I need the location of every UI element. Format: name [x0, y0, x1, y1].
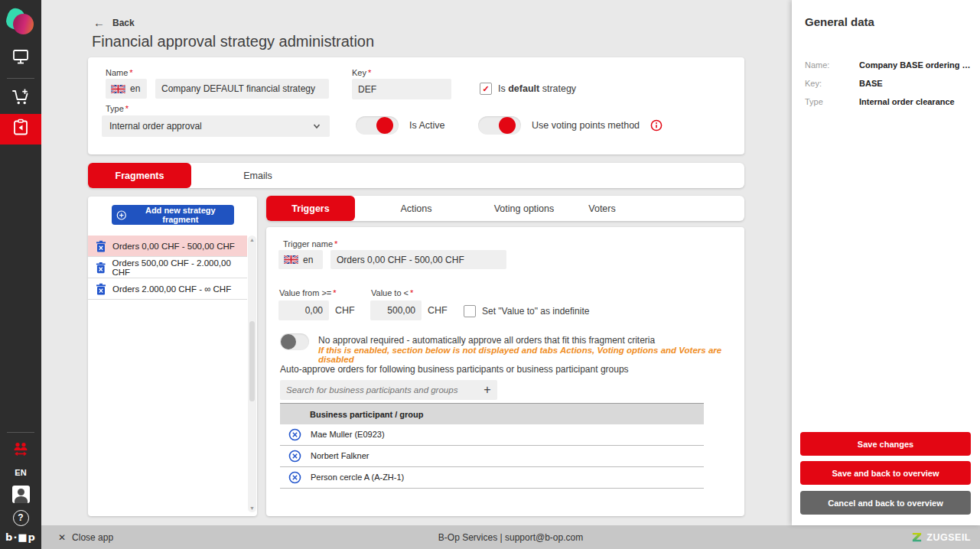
- participant-row: Norbert Falkner: [280, 445, 704, 467]
- is-default-checkbox[interactable]: ✓: [480, 83, 492, 95]
- uk-flag-icon: [284, 255, 298, 264]
- key-input[interactable]: [352, 79, 451, 99]
- info-icon[interactable]: [650, 119, 663, 132]
- tab-actions[interactable]: Actions: [355, 196, 477, 221]
- monitor-icon: [11, 48, 30, 68]
- fragment-item[interactable]: Orders 500,00 CHF - 2.000,00 CHF: [88, 257, 247, 278]
- participant-name: Person cercle A (A-ZH-1): [311, 473, 404, 482]
- plus-circle-icon: [116, 210, 127, 221]
- is-default-label: Is default strategy: [498, 83, 576, 94]
- back-arrow-icon: ←: [93, 16, 105, 29]
- tab-emails[interactable]: Emails: [191, 163, 324, 188]
- name-language-code: en: [130, 83, 140, 94]
- participant-row: Person cercle A (A-ZH-1): [280, 466, 704, 489]
- participant-search: +: [280, 380, 497, 400]
- is-active-row: Is Active: [356, 116, 445, 135]
- tab-voters[interactable]: Voters: [571, 196, 633, 221]
- voting-points-label: Use voting points method: [532, 120, 640, 131]
- name-language-chip[interactable]: en: [106, 79, 147, 99]
- type-label: Type*: [106, 104, 129, 113]
- remove-participant-icon[interactable]: [288, 450, 301, 463]
- fragment-label: Orders 2.000,00 CHF - ∞ CHF: [112, 284, 231, 294]
- indefinite-row: Set "Value to" as indefinite: [464, 305, 589, 317]
- cart-plus-icon: [11, 87, 31, 110]
- save-changes-button[interactable]: Save changes: [800, 432, 971, 456]
- avatar: [12, 486, 30, 503]
- value-from-currency: CHF: [335, 305, 355, 316]
- remove-participant-icon[interactable]: [288, 471, 301, 484]
- participant-name: Mae Muller (E0923): [311, 430, 385, 439]
- fragment-label: Orders 500,00 CHF - 2.000,00 CHF: [112, 258, 248, 277]
- save-back-button[interactable]: Save and back to overview: [800, 461, 971, 485]
- fragment-list-scrollbar[interactable]: ▲ ▼: [248, 236, 256, 512]
- back-button[interactable]: ← Back: [93, 16, 135, 29]
- no-approval-toggle[interactable]: [280, 333, 309, 350]
- voting-points-toggle[interactable]: [478, 116, 521, 135]
- sidebar-item-help[interactable]: ?: [0, 506, 41, 529]
- fragment-item[interactable]: Orders 0,00 CHF - 500,00 CHF: [88, 236, 247, 257]
- delete-fragment-icon[interactable]: [95, 283, 107, 295]
- cancel-back-button[interactable]: Cancel and back to overview: [800, 491, 971, 515]
- voting-points-row: Use voting points method: [478, 116, 663, 135]
- fragment-item[interactable]: Orders 2.000,00 CHF - ∞ CHF: [88, 278, 247, 300]
- auto-approve-label: Auto-approve orders for following busine…: [280, 364, 629, 375]
- close-app-label: Close app: [72, 532, 113, 543]
- remove-participant-icon[interactable]: [288, 428, 301, 441]
- footer-bar: ✕ Close app B-Op Services | support@b-op…: [41, 525, 980, 549]
- type-select-value: Internal order approval: [109, 121, 202, 132]
- add-fragment-button[interactable]: Add new strategy fragment: [112, 205, 234, 225]
- value-to-input[interactable]: [370, 300, 422, 320]
- sidebar-item-profile[interactable]: [0, 482, 41, 506]
- uk-flag-icon: [111, 85, 125, 93]
- gd-key-label: Key:: [805, 79, 822, 88]
- tab-voting-options[interactable]: Voting options: [477, 196, 571, 221]
- add-fragment-label: Add new strategy fragment: [132, 206, 230, 224]
- footer-support-text: B-Op Services | support@b-op.com: [438, 532, 583, 543]
- scrollbar-thumb[interactable]: [249, 321, 255, 401]
- trigger-name-label: Trigger name*: [283, 239, 337, 249]
- sidebar-item-approval-admin[interactable]: [0, 114, 41, 145]
- fragment-detail-tabbar: Triggers Actions Voting options Voters: [266, 196, 744, 221]
- add-participant-button[interactable]: +: [477, 380, 497, 400]
- participant-name: Norbert Falkner: [311, 451, 369, 460]
- indefinite-label: Set "Value to" as indefinite: [482, 306, 589, 317]
- no-approval-toggle-knob: [281, 334, 296, 349]
- value-from-input[interactable]: [278, 300, 329, 320]
- name-input[interactable]: [155, 79, 329, 99]
- trigger-language-code: en: [303, 255, 313, 265]
- app-logo-pink-shape: [13, 14, 34, 34]
- language-label[interactable]: EN: [15, 468, 26, 477]
- is-active-toggle-knob: [376, 117, 393, 134]
- gd-key-value: BASE: [859, 79, 883, 88]
- indefinite-checkbox[interactable]: [464, 305, 476, 317]
- sidebar-item-participants[interactable]: [0, 437, 41, 463]
- gd-name-value: Company BASE ordering app...: [859, 60, 974, 70]
- no-approval-note: If this is enabled, section below is not…: [318, 346, 735, 364]
- value-to-label: Value to <*: [371, 288, 413, 297]
- sidebar-divider-bottom: [7, 432, 34, 433]
- trigger-name-input[interactable]: [330, 250, 506, 269]
- scroll-down-icon[interactable]: ▼: [248, 505, 256, 511]
- gd-type-label: Type: [805, 97, 823, 106]
- sidebar-divider: [7, 78, 34, 79]
- scroll-up-icon[interactable]: ▲: [248, 237, 256, 242]
- is-active-toggle[interactable]: [356, 116, 399, 135]
- back-label: Back: [112, 18, 135, 28]
- close-app-button[interactable]: ✕ Close app: [58, 532, 113, 543]
- app-logo[interactable]: [7, 8, 34, 36]
- trigger-language-chip[interactable]: en: [278, 250, 323, 269]
- bop-logo: b·■p: [5, 531, 36, 543]
- type-select[interactable]: Internal order approval: [102, 115, 330, 137]
- sidebar-item-cart[interactable]: [0, 83, 41, 114]
- participant-search-input[interactable]: [280, 385, 477, 395]
- sidebar-item-desktop[interactable]: [0, 43, 41, 73]
- no-approval-label: No approval required - automatically app…: [318, 335, 731, 346]
- delete-fragment-icon[interactable]: [95, 262, 107, 274]
- tab-fragments[interactable]: Fragments: [88, 163, 191, 188]
- chevron-down-icon: [311, 121, 322, 132]
- participant-row: Mae Muller (E0923): [280, 424, 704, 446]
- tab-triggers[interactable]: Triggers: [266, 196, 355, 221]
- participant-table-header: Business participant / group: [280, 403, 704, 424]
- zugseil-brand-label: ZUGSEIL: [926, 532, 971, 543]
- delete-fragment-icon[interactable]: [95, 240, 107, 252]
